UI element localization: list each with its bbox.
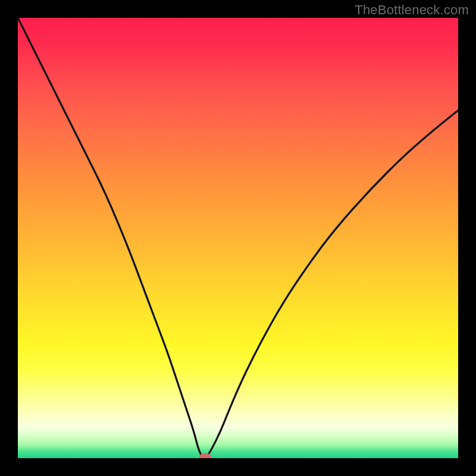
chart-frame: TheBottleneck.com [0, 0, 476, 476]
curve-svg [18, 18, 458, 458]
watermark-text: TheBottleneck.com [355, 2, 469, 18]
bottleneck-curve [18, 18, 458, 457]
optimum-marker [199, 453, 211, 458]
plot-area [18, 18, 458, 458]
